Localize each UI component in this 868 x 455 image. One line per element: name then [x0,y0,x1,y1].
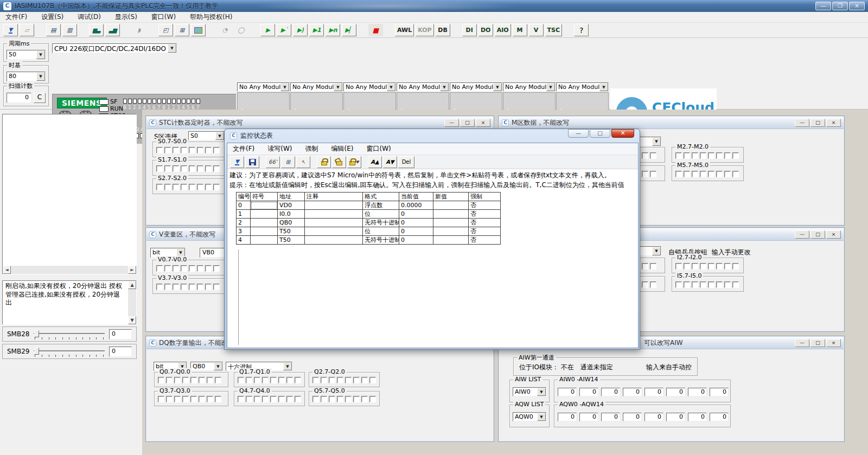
checkbox[interactable] [278,396,285,402]
scroll-right-icon[interactable]: ► [128,266,136,274]
dialog-menu-item[interactable]: 读写(W) [267,144,292,153]
checkbox[interactable] [321,377,327,383]
load-button[interactable]: ▼ [230,156,244,168]
table-row[interactable]: 0 VD0 浮点数 0.0000 否 [237,201,501,210]
close-icon[interactable]: × [826,339,841,347]
module-selector[interactable]: No Any Module [450,82,502,92]
download-button[interactable]: ▼ [3,24,18,36]
tsc-window-button[interactable]: TSC [545,24,563,36]
module-selector[interactable]: No Any Module [556,82,609,92]
cell-new-value[interactable] [433,210,469,219]
checkbox[interactable] [158,396,164,402]
m-window-titlebar[interactable]: C M区数据，不能改写 — □ × [499,117,844,129]
cell-symbol[interactable] [251,227,278,236]
checkbox[interactable] [724,263,731,270]
save-button[interactable] [245,156,259,168]
slider-thumb[interactable] [34,348,39,355]
checkbox[interactable] [642,263,648,270]
checkbox[interactable] [215,396,221,402]
aiw-value-field[interactable]: 0 [579,388,598,396]
cell-id[interactable]: 3 [237,227,251,236]
checkbox[interactable] [692,152,698,159]
aiw-value-field[interactable]: 0 [558,388,577,396]
cell-current-value[interactable]: 0 [399,219,433,227]
checkbox[interactable] [254,377,260,383]
aiw-value-field[interactable]: 0 [623,388,642,396]
checkbox[interactable] [295,377,301,383]
program-listbox[interactable]: ◄ ► [2,114,137,274]
checkbox[interactable] [716,281,723,288]
checkbox[interactable] [724,281,731,288]
s-area-select[interactable]: S0 [188,131,225,140]
cell-new-value[interactable] [433,219,469,227]
checkbox[interactable] [337,377,343,383]
help-button[interactable]: ? [574,24,589,36]
cell-address[interactable]: T50 [278,227,305,236]
checkbox[interactable] [213,147,220,153]
checkbox[interactable] [708,281,714,288]
dropdown-arrow-icon[interactable] [599,83,608,91]
aiw-value-field[interactable]: 0 [644,388,663,396]
checkbox[interactable] [181,265,187,272]
dropdown-arrow-icon[interactable] [652,137,661,146]
smb28-slider[interactable] [34,329,105,339]
table-row[interactable]: 3 T50 位 0 否 [237,227,501,236]
checkbox[interactable] [692,281,698,288]
checkbox[interactable] [173,147,179,153]
checkbox[interactable] [684,281,690,288]
checkbox[interactable] [732,263,739,270]
checkbox[interactable] [353,396,360,402]
table-row[interactable]: 2 QB0 无符号十进制 0 否 [237,219,501,227]
checkbox[interactable] [650,171,656,177]
unforce-button[interactable] [332,156,346,168]
force-all-button[interactable]: ▼ [347,156,361,168]
aiw-list-select[interactable]: AIW0 [513,387,546,396]
checkbox[interactable] [675,281,682,288]
run-timed-button[interactable]: ▶˙ [277,24,291,36]
checkbox[interactable] [246,396,252,402]
chart2-button[interactable]: ▃▆ [105,24,120,36]
cell-format[interactable]: 位 [363,227,399,236]
cycle-select[interactable]: 50 [7,50,46,60]
loop-button[interactable]: ◯ [234,24,248,36]
checkbox[interactable] [321,396,327,402]
cell-comment[interactable] [305,201,363,210]
checkbox[interactable] [353,377,360,383]
do-window-button[interactable]: DO [478,24,493,36]
checkbox[interactable] [716,171,723,177]
aqw-value-field[interactable]: 0 [666,413,685,421]
aqw-value-field[interactable]: 0 [579,413,598,421]
cell-current-value[interactable]: 0.0000 [399,201,433,210]
dropdown-arrow-icon[interactable] [440,83,449,91]
checkbox[interactable] [692,263,698,270]
checkbox[interactable] [337,396,343,402]
cell-current-value[interactable]: 0 [399,210,433,219]
checkbox[interactable] [675,171,682,177]
timebase-select[interactable]: 80 [7,72,46,81]
cell-comment[interactable] [305,236,363,245]
erase-button[interactable]: ▱ [20,24,34,36]
cell-format[interactable]: 无符号十进制 [363,219,399,227]
minimize-icon[interactable]: — [795,339,809,347]
listen-button[interactable]: ◔ [218,24,232,36]
horizontal-scrollbar[interactable]: ◄ ► [3,266,136,274]
minimize-button[interactable]: — [815,2,831,10]
checkbox[interactable] [329,377,335,383]
cell-comment[interactable] [305,210,363,219]
checkbox[interactable] [650,152,656,159]
checkbox[interactable] [190,396,197,402]
checkbox[interactable] [182,377,189,383]
scroll-up-icon[interactable]: ▲ [128,281,136,289]
checkbox[interactable] [166,396,173,402]
menu-item[interactable]: 文件(F) [5,12,27,22]
module-selector[interactable]: No Any Module [503,82,556,92]
aqw-value-field[interactable]: 0 [710,413,729,421]
dropdown-arrow-icon[interactable] [493,83,502,91]
close-icon[interactable]: × [476,119,490,127]
checkbox[interactable] [205,184,212,190]
slider-thumb[interactable] [34,330,39,337]
cell-address[interactable]: I0.0 [278,210,305,219]
dialog-menu-item[interactable]: 文件(F) [233,144,254,153]
pick-button[interactable]: ↖ [296,156,310,168]
dq-address-select[interactable]: QB0 [190,362,223,371]
